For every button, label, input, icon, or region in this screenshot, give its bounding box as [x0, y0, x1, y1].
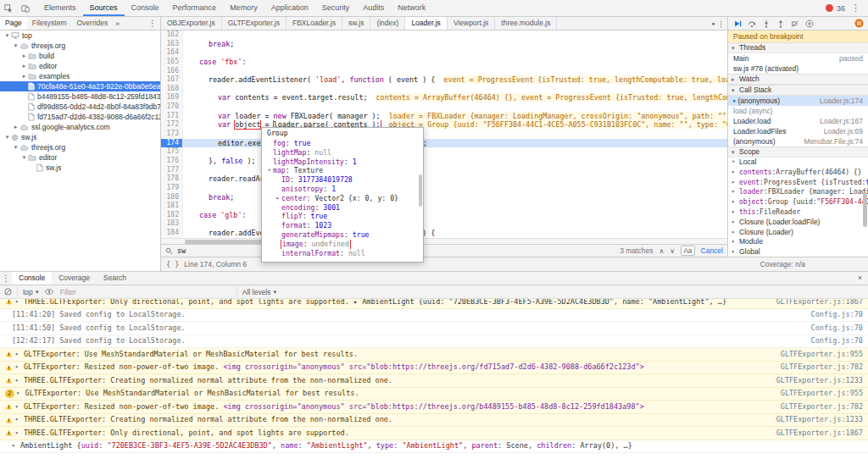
line-number[interactable]: 179: [161, 184, 183, 193]
call-stack-frame[interactable]: Loader.loadLoader.js:167: [728, 116, 868, 126]
line-number[interactable]: 171: [161, 112, 183, 121]
collapse-icon[interactable]: ▾: [12, 41, 19, 51]
call-stack-frame[interactable]: (anonymous)Menubar.File.js:74: [728, 136, 868, 147]
navigator-tab-page[interactable]: Page: [0, 17, 27, 30]
expand-icon[interactable]: ▸: [12, 122, 19, 132]
drawer-tab-search[interactable]: Search: [97, 272, 133, 285]
expand-icon[interactable]: ▸: [20, 51, 28, 61]
collapse-icon[interactable]: ▾: [3, 30, 11, 41]
device-toolbar-icon[interactable]: [17, 0, 34, 16]
line-number[interactable]: 178: [161, 174, 183, 184]
tree-item[interactable]: df99d856-0dd2-44d2-8b0f-84a83f9db7a6: [0, 102, 160, 112]
devtools-menu-icon[interactable]: ⋮: [849, 0, 863, 16]
collapse-icon[interactable]: ▾: [12, 142, 19, 152]
tree-item[interactable]: sw.js: [0, 163, 160, 173]
source-link[interactable]: GLTFExporter.js:782: [772, 401, 863, 413]
source-link[interactable]: Config.js:70: [803, 309, 863, 322]
tab-performance[interactable]: Performance: [166, 0, 224, 16]
source-link[interactable]: GLTFExporter.js:1233: [768, 414, 863, 427]
live-expression-icon[interactable]: [45, 289, 53, 295]
expand-icon[interactable]: ▸: [732, 168, 739, 178]
file-tab[interactable]: OBJExporter.js: [161, 17, 222, 30]
threads-section-header[interactable]: ▾ Threads: [728, 42, 868, 53]
expand-icon[interactable]: ▸: [732, 218, 739, 228]
file-tab[interactable]: GLTFExporter.js: [222, 17, 287, 30]
step-into-icon[interactable]: [760, 18, 771, 29]
scope-group[interactable]: ▸Module: [728, 237, 868, 247]
expand-icon[interactable]: ▸: [17, 388, 24, 401]
expand-icon[interactable]: ▸: [732, 207, 739, 218]
source-link[interactable]: GLTFExporter.js:1867: [768, 299, 863, 308]
editor-menu-icon[interactable]: ⋮: [717, 19, 725, 28]
more-tabs-icon[interactable]: ▸: [712, 20, 715, 27]
pretty-print-icon[interactable]: { }: [166, 260, 179, 268]
log-level-selector[interactable]: All levels ▼: [242, 288, 278, 296]
expand-icon[interactable]: ▸: [12, 440, 19, 453]
source-link[interactable]: GLTFExporter.js:955: [772, 388, 863, 401]
expand-icon[interactable]: ▸: [732, 187, 739, 197]
line-number[interactable]: 172: [161, 120, 183, 130]
editor-horizontal-scrollbar[interactable]: [161, 238, 727, 244]
object-property[interactable]: lightMap: null: [262, 148, 423, 158]
file-tab[interactable]: (index): [370, 17, 405, 30]
frame-location[interactable]: Menubar.File.js:74: [799, 136, 863, 147]
file-tab[interactable]: Viewport.js: [448, 17, 495, 30]
expand-icon[interactable]: ▸: [15, 401, 22, 413]
source-link[interactable]: Config.js:70: [803, 322, 863, 335]
scope-variable[interactable]: ▸event: ProgressEvent {isTrusted: true, …: [728, 178, 868, 188]
expand-icon[interactable]: ▸: [15, 427, 22, 440]
line-number[interactable]: 181: [161, 202, 183, 211]
search-cancel-button[interactable]: Cancel: [701, 246, 723, 255]
search-previous-icon[interactable]: ∧: [659, 247, 664, 255]
line-number[interactable]: 162: [161, 30, 183, 40]
source-link[interactable]: GLTFExporter.js:1867: [768, 427, 863, 440]
scope-group[interactable]: ▾Local: [728, 158, 868, 168]
navigator-menu-icon[interactable]: ⋮: [148, 19, 160, 28]
expand-icon[interactable]: ▸: [15, 348, 22, 361]
line-number[interactable]: 180: [161, 193, 183, 202]
drawer-tab-console[interactable]: Console: [12, 272, 52, 285]
object-property[interactable]: fog: true: [262, 139, 423, 148]
source-link[interactable]: Config.js:70: [803, 335, 863, 348]
tree-item[interactable]: ▸examples: [0, 71, 160, 81]
line-number[interactable]: 177: [161, 166, 183, 175]
tab-sources[interactable]: Sources: [83, 0, 125, 16]
line-number[interactable]: 175: [161, 147, 183, 157]
object-property[interactable]: format: 1023: [262, 221, 423, 230]
object-property[interactable]: flipY: true: [262, 212, 423, 221]
scope-group[interactable]: ▸Closure (Loader.loadFile): [728, 218, 868, 228]
drawer-tab-coverage[interactable]: Coverage: [52, 272, 97, 285]
line-number[interactable]: 170: [161, 102, 183, 112]
popup-scrollbar[interactable]: [419, 174, 422, 207]
line-number[interactable]: 184: [161, 229, 183, 238]
line-number[interactable]: 165: [161, 58, 183, 67]
pause-on-exceptions-icon[interactable]: [804, 18, 815, 29]
object-property[interactable]: generateMipmaps: true: [262, 230, 423, 240]
expand-icon[interactable]: ▸: [15, 362, 22, 374]
tab-elements[interactable]: Elements: [37, 0, 83, 16]
line-number[interactable]: 176: [161, 157, 183, 166]
tab-audits[interactable]: Audits: [356, 0, 391, 16]
call-stack-frame[interactable]: ▸(anonymous)Loader.js:174: [728, 96, 868, 106]
file-tab[interactable]: Loader.js: [405, 17, 448, 30]
object-property[interactable]: anisotropy: 1: [262, 185, 423, 194]
line-number[interactable]: 163: [161, 40, 183, 49]
expand-icon[interactable]: ▸: [15, 299, 22, 308]
console-filter-input[interactable]: [58, 287, 231, 297]
tree-item[interactable]: ▸build: [0, 51, 160, 61]
object-property[interactable]: image: undefined: [262, 240, 423, 249]
call-stack-frame[interactable]: Loader.loadFilesLoader.js:69: [728, 126, 868, 136]
search-input[interactable]: sw: [177, 246, 186, 255]
close-drawer-icon[interactable]: ×: [852, 272, 868, 285]
navigator-tab-filesystem[interactable]: Filesystem: [27, 17, 72, 30]
navigator-overflow-icon[interactable]: »: [113, 19, 122, 28]
scope-variable[interactable]: ▸loader: FBXLoader {manager: LoadingMana…: [728, 187, 868, 197]
expand-icon[interactable]: ▸: [732, 247, 739, 257]
tree-item[interactable]: ▸editor: [0, 61, 160, 71]
tree-item[interactable]: ▾threejs.org: [0, 142, 160, 152]
line-number[interactable]: 168: [161, 85, 183, 94]
source-link[interactable]: GLTFExporter.js:782: [772, 362, 863, 374]
execution-line-number[interactable]: 174: [161, 139, 183, 148]
scope-group[interactable]: ▸Closure (Loader): [728, 228, 868, 238]
tree-item[interactable]: ▾sw.js: [0, 132, 160, 142]
